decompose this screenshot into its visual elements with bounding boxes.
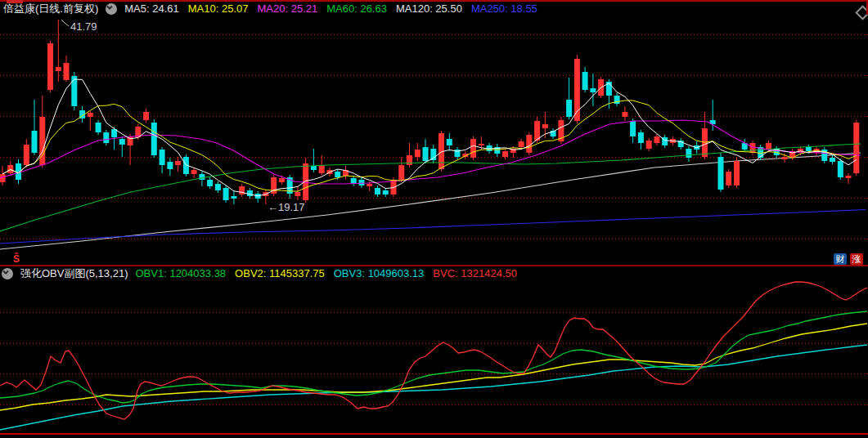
finance-badge[interactable]: 财	[834, 253, 847, 265]
ma-value-label: MA120: 25.50	[396, 2, 462, 16]
indicator-value-label: BVC: 1321424.50	[433, 267, 517, 280]
sell-signal-marker: Ŝ	[13, 253, 20, 265]
ma-value-label: MA250: 18.55	[471, 2, 537, 16]
ma-value-label: MA60: 26.63	[326, 2, 387, 16]
ma-value-label: MA10: 25.07	[188, 2, 249, 16]
rise-badge[interactable]: 涨	[850, 253, 863, 265]
top-border-line	[0, 0, 868, 2]
top-left-border-tick	[7, 0, 23, 3]
indicator-title: 强化OBV副图(5,13,21)	[20, 267, 128, 280]
stock-chart-window: 倍益康(日线.前复权) MA5: 24.61MA10: 25.07MA20: 2…	[0, 0, 868, 438]
ma-values-row: MA5: 24.61MA10: 25.07MA20: 25.21MA60: 26…	[124, 2, 537, 16]
chevron-down-icon-sub[interactable]	[2, 268, 13, 279]
obv-values-row: OBV1: 1204033.38OBV2: 1145337.75OBV3: 10…	[136, 267, 517, 280]
indicator-value-label: OBV1: 1204033.38	[136, 267, 227, 280]
ma-value-label: MA5: 24.61	[124, 2, 179, 16]
indicator-value-label: OBV2: 1145337.75	[235, 267, 325, 280]
obv-indicator-chart[interactable]	[0, 280, 868, 438]
low-price-annotation: ←19.17	[268, 201, 305, 213]
main-chart-header: 倍益康(日线.前复权) MA5: 24.61MA10: 25.07MA20: 2…	[3, 2, 537, 16]
sub-chart-header: 强化OBV副图(5,13,21) OBV1: 1204033.38OBV2: 1…	[2, 267, 517, 280]
panel-separator-line[interactable]	[0, 265, 868, 266]
indicator-value-label: OBV3: 1049603.13	[334, 267, 425, 280]
chart-title: 倍益康(日线.前复权)	[3, 2, 98, 16]
candlestick-chart[interactable]: 41.79←19.17Ŝ	[0, 16, 868, 265]
chevron-down-icon[interactable]	[106, 3, 117, 15]
high-price-annotation: 41.79	[70, 20, 97, 33]
ma-value-label: MA20: 25.21	[258, 2, 318, 16]
